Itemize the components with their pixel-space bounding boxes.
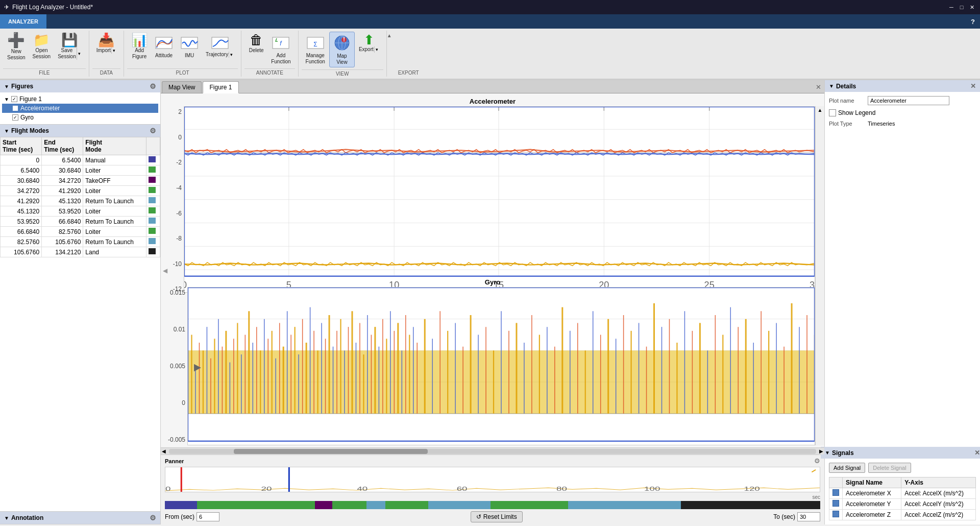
- start-time-cell: 30.6840: [1, 176, 42, 186]
- signals-close-icon[interactable]: ✕: [974, 449, 980, 457]
- minimize-button[interactable]: ─: [947, 3, 955, 11]
- start-time-cell: 34.2720: [1, 186, 42, 196]
- new-session-button[interactable]: ➕ NewSession: [4, 32, 29, 62]
- import-dropdown-arrow[interactable]: ▾: [111, 47, 116, 54]
- accelerometer-label: Accelerometer: [20, 105, 60, 112]
- plot-name-row: Plot name: [829, 96, 976, 105]
- signal-name-cell: Accelerometer Z: [843, 510, 901, 520]
- imu-button[interactable]: IMU: [177, 32, 202, 60]
- map-view-button[interactable]: ! MapView: [329, 32, 355, 67]
- svg-text:80: 80: [556, 486, 567, 492]
- panner-header: Panner ⚙: [165, 457, 820, 465]
- figures-title: Figures: [11, 83, 33, 90]
- close-button[interactable]: ✕: [968, 3, 976, 11]
- tab-map-view[interactable]: Map View: [162, 81, 202, 93]
- delete-button[interactable]: 🗑 Delete: [246, 32, 267, 55]
- help-button[interactable]: ?: [966, 14, 980, 29]
- trajectory-dropdown-arrow[interactable]: ▾: [229, 52, 234, 58]
- annotation-header[interactable]: ▼ Annotation ⚙: [0, 512, 160, 524]
- attitude-button[interactable]: Attitude: [152, 32, 176, 60]
- signals-col-name: Signal Name: [843, 477, 901, 488]
- gyro-y-axis: 0.015 0.01 0.005 0 -0.005: [161, 287, 187, 446]
- scroll-left-btn[interactable]: ◀: [161, 448, 167, 454]
- title-bar: ✈ Flight Log Analyzer - Untitled* ─ □ ✕: [0, 0, 980, 14]
- scroll-right-btn[interactable]: ▶: [818, 448, 824, 454]
- center-panel: Map View Figure 1 ✕ Accelerometer 2 0 -2: [161, 80, 824, 524]
- add-function-button[interactable]: f AddFunction: [268, 32, 293, 66]
- show-legend-label: Show Legend: [838, 109, 875, 116]
- import-button[interactable]: 📥 Import ▾: [93, 32, 119, 55]
- add-signal-button[interactable]: Add Signal: [829, 463, 865, 473]
- annotation-gear-icon[interactable]: ⚙: [150, 514, 156, 522]
- figure1-checkbox[interactable]: ✓: [11, 96, 17, 102]
- tab-figure1[interactable]: Figure 1: [203, 81, 238, 93]
- flight-modes-table-container: StartTime (sec) EndTime (sec) FlightMode…: [0, 137, 160, 511]
- plot-name-input[interactable]: [868, 96, 949, 105]
- save-session-dropdown-arrow[interactable]: ▾: [77, 47, 82, 60]
- save-session-button[interactable]: 💾 SaveSession ▾: [55, 32, 85, 61]
- signal-check-cell[interactable]: [829, 499, 843, 510]
- flight-mode-row: 41.2920 45.1320 Return To Launch: [1, 196, 160, 206]
- panner-timeline[interactable]: 0 20 40 60 80 100 120: [165, 467, 820, 492]
- to-input-group: To (sec): [773, 512, 820, 521]
- h-scroll-track[interactable]: [169, 449, 816, 454]
- figures-gear-icon[interactable]: ⚙: [150, 82, 156, 90]
- figures-header[interactable]: ▼ Figures ⚙: [0, 80, 160, 92]
- tab-analyzer[interactable]: ANALYZER: [0, 14, 47, 29]
- panner-svg: 0 20 40 60 80 100 120: [165, 467, 820, 492]
- to-input[interactable]: [797, 512, 820, 521]
- trajectory-button[interactable]: Trajectory ▾: [203, 32, 237, 59]
- gyro-item[interactable]: ✓ Gyro: [2, 113, 158, 122]
- from-input[interactable]: [197, 512, 219, 521]
- imu-label: IMU: [185, 53, 194, 59]
- svg-text:Σ: Σ: [313, 41, 317, 48]
- end-time-cell: 34.2720: [42, 176, 83, 186]
- accel-scroll-up[interactable]: ▲: [817, 106, 824, 114]
- delete-signal-button[interactable]: Delete Signal: [868, 463, 911, 473]
- details-close-icon[interactable]: ✕: [970, 82, 976, 90]
- ribbon-expand-arrow[interactable]: ▲: [387, 33, 392, 38]
- svg-text:40: 40: [357, 486, 368, 492]
- signal-check-cell[interactable]: [829, 510, 843, 520]
- ribbon: ANALYZER ? ➕ NewSession 📁 OpenSession 💾: [0, 14, 980, 80]
- flight-modes-gear-icon[interactable]: ⚙: [150, 127, 156, 135]
- export-button[interactable]: ⬆ Export ▾: [356, 32, 382, 54]
- h-scroll-thumb[interactable]: [234, 449, 428, 454]
- mode-bar-segment: [428, 501, 491, 509]
- plot-group-label: PLOT: [127, 68, 238, 77]
- gyro-checkbox[interactable]: ✓: [12, 114, 18, 121]
- gyro-scroll-right[interactable]: [815, 287, 824, 446]
- reset-limits-button[interactable]: ↺ Reset Limits: [471, 511, 523, 522]
- new-session-icon: ➕: [7, 33, 25, 47]
- mode-bar-segment: [385, 501, 428, 509]
- gyro-svg: ▶: [187, 287, 815, 446]
- manage-function-button[interactable]: Σ ManageFunction: [303, 32, 328, 66]
- data-group-label: DATA: [92, 68, 120, 77]
- panner-section: Panner ⚙ 0 20 40: [161, 455, 824, 524]
- show-legend-checkbox[interactable]: [829, 109, 836, 116]
- end-time-cell: 41.2920: [42, 186, 83, 196]
- signals-header: ▼ Signals ✕: [821, 447, 980, 459]
- panner-gear-icon[interactable]: ⚙: [814, 457, 820, 465]
- tab-area-close-icon[interactable]: ✕: [816, 83, 821, 91]
- trajectory-icon: [211, 33, 229, 52]
- open-session-button[interactable]: 📁 OpenSession: [30, 32, 54, 61]
- color-cell: [146, 196, 160, 206]
- accel-svg: 0 5 10 15 20 25 30: [184, 106, 815, 293]
- accelerometer-item[interactable]: ✓ Accelerometer: [2, 104, 158, 113]
- signal-row: Accelerometer Z Accel: AccelZ (m/s^2): [829, 510, 976, 520]
- export-dropdown-arrow[interactable]: ▾: [374, 46, 379, 53]
- mode-cell: Return To Launch: [83, 217, 146, 227]
- flight-mode-row: 30.6840 34.2720 TakeOFF: [1, 176, 160, 186]
- add-figure-button[interactable]: 📊 AddFigure: [128, 32, 151, 61]
- flight-modes-header[interactable]: ▼ Flight Modes ⚙: [0, 125, 160, 137]
- maximize-button[interactable]: □: [958, 3, 966, 11]
- annotation-collapse-arrow: ▼: [4, 515, 9, 521]
- delete-icon: 🗑: [250, 33, 263, 46]
- left-panel: ▼ Figures ⚙ ▼ ✓ Figure 1 ✓ Accelerometer…: [0, 80, 161, 524]
- signal-check-cell[interactable]: [829, 488, 843, 499]
- figure1-item[interactable]: ▼ ✓ Figure 1: [2, 94, 158, 104]
- accelerometer-checkbox[interactable]: ✓: [12, 105, 18, 111]
- manage-function-icon: Σ: [306, 33, 325, 52]
- bottom-scrollbar[interactable]: ◀ ▶: [161, 447, 824, 455]
